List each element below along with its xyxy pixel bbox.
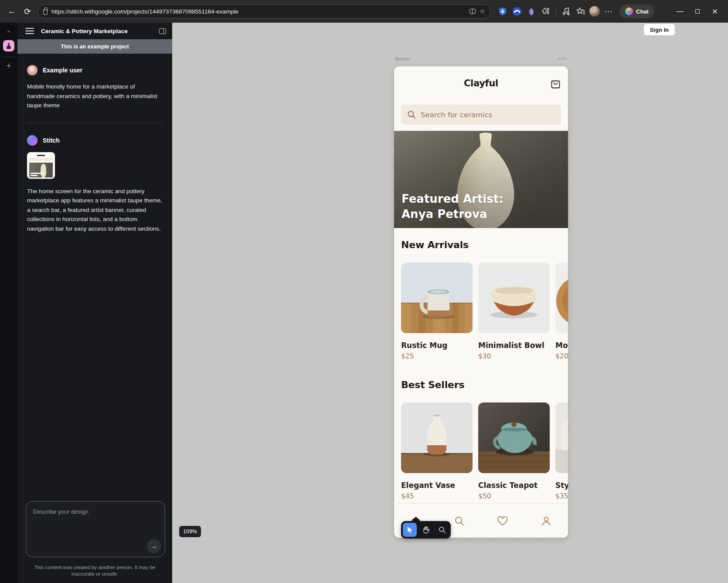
product-price: $50 — [478, 492, 550, 500]
lock-icon — [43, 10, 48, 15]
app-title: Clayful — [394, 78, 568, 89]
blue-circle-extension-icon[interactable] — [511, 6, 523, 17]
collections-icon[interactable] — [575, 6, 586, 17]
mobile-screen-frame[interactable]: Clayful Search for ceramics — [394, 66, 568, 538]
url-text[interactable]: https://stitch.withgoogle.com/projects/1… — [51, 8, 466, 15]
shopping-bag-icon[interactable] — [551, 78, 560, 90]
window-controls: — ✕ — [671, 3, 724, 19]
thumbnail-hero-image — [29, 163, 53, 177]
magnifier-icon — [439, 526, 446, 533]
screen-frame-label[interactable]: Screen — [395, 56, 410, 61]
project-title: Ceramic & Pottery Marketplace — [41, 28, 152, 34]
message-divider — [27, 123, 163, 123]
product-name: Rustic Mug — [401, 341, 473, 350]
user-message-text: Mobile friendly home for a marketplace o… — [27, 82, 163, 110]
browser-toolbar: ← ⟳ https://stitch.withgoogle.com/projec… — [0, 0, 728, 23]
maximize-button[interactable] — [689, 3, 706, 19]
new-arrivals-row: Rustic Mug $25 — [401, 263, 568, 360]
stitch-app-icon[interactable] — [3, 40, 14, 51]
example-project-banner: This is an example project — [17, 39, 172, 54]
media-extension-icon[interactable] — [561, 6, 572, 17]
select-tool[interactable] — [403, 523, 417, 537]
sign-in-button[interactable]: Sign In — [644, 24, 675, 35]
featured-artist-banner[interactable]: Featured Artist: Anya Petrova — [394, 131, 568, 228]
product-price: $30 — [478, 352, 550, 360]
project-sidebar: Ceramic & Pottery Marketplace This is an… — [17, 23, 172, 583]
search-icon — [454, 516, 465, 526]
message-author: Example user — [43, 67, 82, 74]
toolbar-divider — [556, 7, 556, 15]
sidebar-header: Ceramic & Pottery Marketplace — [17, 23, 172, 39]
browser-profile-avatar[interactable] — [589, 6, 600, 17]
thumbnail-search-bar — [29, 158, 53, 161]
product-card-rustic-mug[interactable]: Rustic Mug $25 — [401, 263, 473, 360]
product-image-partial-plate — [555, 263, 568, 333]
bookmark-star-icon[interactable]: ☆ — [480, 7, 485, 15]
copilot-icon — [625, 7, 633, 15]
design-prompt-input[interactable] — [26, 501, 165, 540]
zoom-tool[interactable] — [435, 523, 449, 537]
design-canvas[interactable]: Sign In Screen </> Clayful Search for ce… — [172, 23, 728, 583]
message-header: Stitch — [27, 135, 163, 146]
canvas-toolbar — [401, 521, 451, 539]
zoom-level-badge[interactable]: 109% — [179, 526, 201, 537]
product-card-partial[interactable]: Moc $20 — [555, 263, 568, 360]
puzzle-extension-icon[interactable] — [540, 6, 551, 17]
pan-tool[interactable] — [419, 523, 433, 537]
refresh-button[interactable]: ⟳ — [20, 4, 35, 19]
message-header: Example user — [27, 65, 163, 75]
product-card-minimalist-bowl[interactable]: Minimalist Bowl $30 — [478, 263, 550, 360]
message-author: Stitch — [43, 137, 60, 144]
copilot-chat-button[interactable]: Chat — [619, 4, 654, 18]
product-card-partial[interactable]: Styl $35 — [555, 402, 568, 500]
ceramics-search-bar[interactable]: Search for ceramics — [401, 105, 561, 125]
product-price: $35 — [555, 492, 568, 500]
product-image-rustic-mug — [401, 263, 473, 333]
product-name: Moc — [555, 341, 568, 350]
send-button[interactable]: → — [147, 539, 161, 553]
product-name: Elegant Vase — [401, 481, 473, 490]
back-button[interactable]: ← — [4, 4, 19, 19]
minimize-button[interactable]: — — [671, 3, 689, 19]
person-icon — [541, 516, 551, 526]
flask-icon — [5, 42, 12, 49]
split-screen-icon[interactable] — [469, 9, 476, 14]
toggle-panel-icon[interactable] — [159, 28, 166, 34]
product-card-classic-teapot[interactable]: Classic Teapot $50 — [478, 402, 550, 500]
content-disclaimer: This content was created by another pers… — [26, 564, 163, 577]
section-heading-new-arrivals: New Arrivals — [401, 239, 561, 250]
close-button[interactable]: ✕ — [706, 3, 724, 19]
nav-profile[interactable] — [524, 516, 568, 526]
purple-extension-icon[interactable] — [526, 6, 537, 17]
cursor-icon — [407, 526, 413, 533]
product-price: $45 — [401, 492, 473, 500]
menu-icon[interactable] — [25, 28, 34, 34]
search-icon — [407, 110, 416, 119]
search-placeholder-text: Search for ceramics — [421, 111, 492, 119]
address-bar[interactable]: https://stitch.withgoogle.com/projects/1… — [37, 4, 491, 18]
product-card-elegant-vase[interactable]: Elegant Vase $45 — [401, 402, 473, 500]
product-image-elegant-vase — [401, 402, 473, 473]
product-name: Classic Teapot — [478, 481, 550, 490]
nav-favorites[interactable] — [481, 516, 525, 526]
stitch-avatar — [27, 135, 37, 146]
view-code-icon[interactable]: </> — [558, 56, 566, 61]
rail-divider — [2, 57, 16, 57]
hand-icon — [422, 526, 429, 534]
best-sellers-row: Elegant Vase $45 — [401, 402, 568, 500]
user-avatar — [27, 65, 37, 75]
design-thumbnail[interactable] — [27, 152, 55, 179]
product-price: $25 — [401, 352, 473, 360]
app-rail: ⌄ + — [0, 23, 17, 583]
more-options-icon[interactable]: ⋯ — [603, 6, 614, 17]
product-name: Styl — [555, 481, 568, 490]
product-name: Minimalist Bowl — [478, 341, 550, 350]
shield-extension-icon[interactable] — [497, 6, 508, 17]
product-image-partial — [555, 402, 568, 473]
design-prompt-box: → — [26, 501, 165, 557]
thumbnail-title-bar — [37, 155, 45, 156]
product-price: $20 — [555, 352, 568, 360]
chevron-down-icon[interactable]: ⌄ — [7, 27, 11, 36]
new-project-button[interactable]: + — [6, 61, 11, 70]
product-image-classic-teapot — [478, 402, 550, 473]
